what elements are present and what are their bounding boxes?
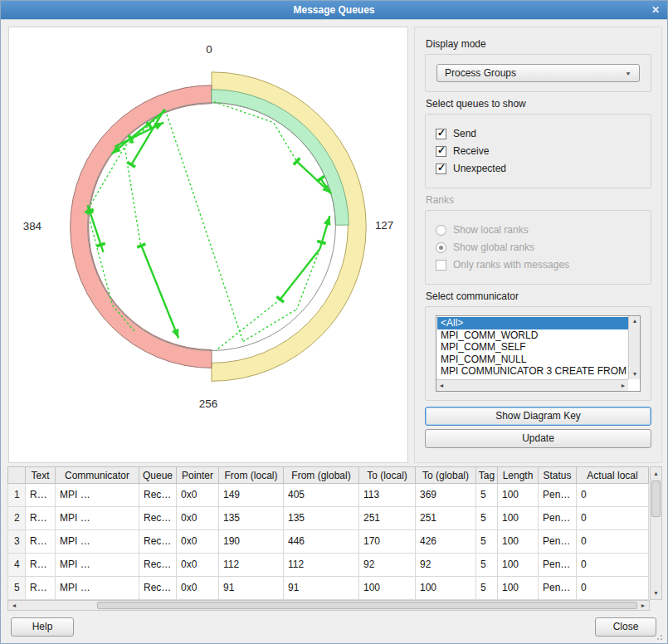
scroll-left-icon[interactable]: ◄ — [9, 601, 19, 610]
column-header[interactable]: From (local) — [219, 466, 284, 484]
row-number[interactable]: 2 — [7, 507, 26, 530]
table-cell[interactable]: 135 — [284, 507, 359, 530]
table-cell[interactable]: 112 — [219, 554, 284, 577]
row-number-header[interactable] — [7, 466, 26, 484]
close-icon[interactable]: ✕ — [651, 1, 660, 19]
receive-checkbox[interactable]: ✓ — [436, 146, 446, 157]
table-row[interactable]: 5R…MPI …Rec…0x091911001005100Pen…0 — [7, 577, 662, 600]
table-vscrollbar[interactable]: ▲ ▼ — [650, 466, 662, 600]
table-row[interactable]: 1R…MPI …Rec…0x01494051133695100Pen…0 — [7, 484, 662, 507]
table-cell[interactable]: 0x0 — [177, 530, 219, 554]
table-cell[interactable]: 251 — [416, 507, 476, 530]
table-cell[interactable]: 0 — [577, 577, 649, 600]
table-cell[interactable]: Pen… — [539, 530, 577, 554]
table-cell[interactable]: 405 — [284, 484, 359, 507]
column-header[interactable]: Communicator — [56, 466, 139, 484]
row-number[interactable]: 3 — [7, 530, 26, 554]
communicator-item[interactable]: MPI_COMM_NULL — [437, 354, 628, 366]
receive-checkbox-row[interactable]: ✓ Receive — [436, 145, 641, 157]
table-cell[interactable]: 190 — [219, 530, 284, 554]
table-cell[interactable]: 0 — [577, 507, 649, 530]
unexpected-checkbox-row[interactable]: ✓ Unexpected — [436, 163, 641, 174]
table-cell[interactable]: 0 — [577, 530, 649, 554]
show-diagram-key-button[interactable]: Show Diagram Key — [425, 407, 651, 426]
scroll-down-icon[interactable]: ▼ — [651, 588, 661, 598]
table-cell[interactable]: R… — [26, 530, 56, 554]
table-cell[interactable]: R… — [26, 554, 56, 577]
column-header[interactable]: Queue — [139, 466, 177, 484]
scroll-right-icon[interactable]: ► — [618, 380, 628, 392]
send-checkbox-row[interactable]: ✓ Send — [436, 128, 641, 139]
table-cell[interactable]: 91 — [284, 577, 359, 600]
communicator-item[interactable]: MPI COMMUNICATOR 3 CREATE FROM 0 — [437, 365, 628, 378]
table-cell[interactable]: 426 — [416, 530, 476, 554]
column-header[interactable]: Length — [498, 466, 539, 484]
column-header[interactable]: Actual local — [577, 466, 649, 484]
column-header[interactable]: Tag — [476, 466, 498, 484]
table-cell[interactable]: 100 — [498, 484, 539, 507]
unexpected-checkbox[interactable]: ✓ — [436, 163, 446, 174]
table-cell[interactable]: 5 — [476, 507, 498, 530]
table-cell[interactable]: 5 — [476, 484, 498, 507]
table-cell[interactable]: 149 — [219, 484, 284, 507]
table-cell[interactable]: Rec… — [139, 577, 177, 600]
table-cell[interactable]: 0 — [577, 554, 649, 577]
table-cell[interactable]: 100 — [498, 554, 539, 577]
table-cell[interactable]: Rec… — [139, 484, 177, 507]
table-row[interactable]: 4R…MPI …Rec…0x011211292925100Pen…0 — [7, 554, 662, 577]
table-cell[interactable]: 5 — [476, 554, 498, 577]
table-cell[interactable]: Pen… — [539, 554, 577, 577]
table-cell[interactable]: Rec… — [139, 507, 177, 530]
update-button[interactable]: Update — [425, 429, 651, 448]
close-button[interactable]: Close — [595, 617, 656, 637]
table-cell[interactable]: 100 — [416, 577, 476, 600]
column-header[interactable]: Pointer — [177, 466, 219, 484]
table-cell[interactable]: 0x0 — [177, 507, 219, 530]
row-number[interactable]: 5 — [7, 577, 26, 600]
table-cell[interactable]: 5 — [476, 530, 498, 554]
table-hscrollbar[interactable]: ◄ ► — [7, 600, 650, 611]
table-cell[interactable]: 113 — [359, 484, 416, 507]
table-cell[interactable]: 170 — [359, 530, 416, 554]
table-cell[interactable]: 100 — [359, 577, 416, 600]
table-cell[interactable]: 251 — [359, 507, 416, 530]
column-header[interactable]: Status — [539, 466, 577, 484]
communicator-hscrollbar[interactable]: ◄ ► — [436, 379, 628, 391]
communicator-list[interactable]: <All>MPI_COMM_WORLDMPI_COMM_SELFMPI_COMM… — [436, 315, 641, 392]
scroll-up-icon[interactable]: ▲ — [629, 316, 641, 326]
scroll-right-icon[interactable]: ► — [638, 601, 648, 610]
column-header[interactable]: From (global) — [284, 466, 359, 484]
green-arc[interactable] — [212, 90, 349, 225]
queue-graph-canvas[interactable]: 0127256384 — [9, 27, 407, 462]
table-row[interactable]: 2R…MPI …Rec…0x01351352512515100Pen…0 — [7, 507, 662, 530]
table-cell[interactable]: 100 — [498, 507, 539, 530]
column-header[interactable]: Text — [26, 466, 56, 484]
table-cell[interactable]: Rec… — [139, 530, 177, 554]
communicator-item[interactable]: MPI_COMM_SELF — [437, 341, 628, 354]
table-cell[interactable]: 92 — [416, 554, 476, 577]
communicator-vscrollbar[interactable]: ▲ ▼ — [628, 316, 640, 379]
table-cell[interactable]: 92 — [359, 554, 416, 577]
row-number[interactable]: 1 — [7, 484, 26, 507]
resize-grip[interactable] — [656, 632, 665, 641]
table-cell[interactable]: 100 — [498, 530, 539, 554]
display-mode-select[interactable]: Process Groups ▼ — [436, 64, 640, 82]
table-cell[interactable]: MPI … — [56, 507, 139, 530]
communicator-item[interactable]: MPI_COMM_WORLD — [437, 329, 628, 342]
row-number[interactable]: 4 — [7, 554, 26, 577]
table-cell[interactable]: 0x0 — [177, 554, 219, 577]
table-cell[interactable]: Rec… — [139, 554, 177, 577]
scroll-left-icon[interactable]: ◄ — [436, 380, 446, 392]
table-cell[interactable]: MPI … — [56, 530, 139, 554]
table-cell[interactable]: 0x0 — [177, 484, 219, 507]
table-cell[interactable]: Pen… — [539, 577, 577, 600]
table-cell[interactable]: R… — [26, 507, 56, 530]
help-button[interactable]: Help — [11, 617, 74, 637]
hscrollbar-thumb[interactable] — [97, 602, 637, 609]
table-cell[interactable]: 446 — [284, 530, 359, 554]
table-cell[interactable]: MPI … — [56, 577, 139, 600]
scroll-up-icon[interactable]: ▲ — [651, 468, 661, 479]
table-cell[interactable]: 369 — [416, 484, 476, 507]
communicator-item[interactable]: <All> — [437, 317, 628, 329]
column-header[interactable]: To (local) — [359, 466, 416, 484]
